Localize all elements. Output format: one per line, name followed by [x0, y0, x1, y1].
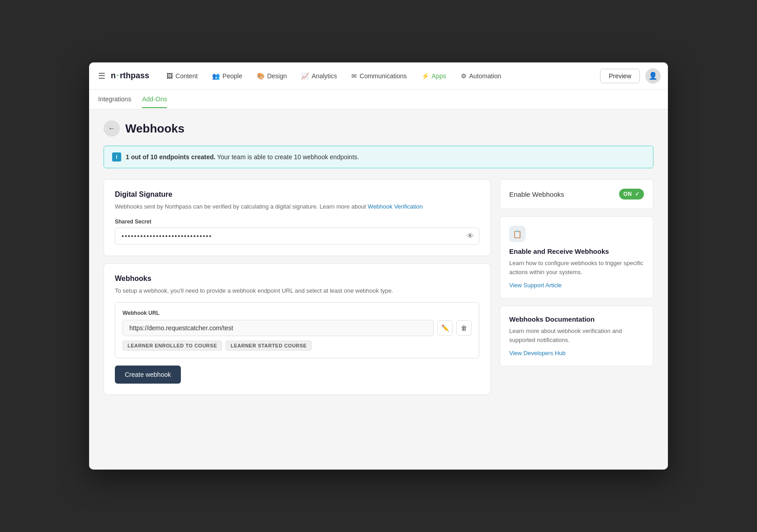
banner-text: 1 out of 10 endpoints created. Your team… [126, 153, 359, 161]
info-banner: i 1 out of 10 endpoints created. Your te… [104, 146, 653, 168]
documentation-desc: Learn more about webhook verification an… [509, 327, 644, 344]
create-webhook-button[interactable]: Create webhook [115, 366, 181, 384]
topbar: ☰ n·rthpass 🖼 Content 👥 People 🎨 Design … [89, 62, 668, 90]
documentation-card: Webhooks Documentation Learn more about … [500, 306, 653, 366]
tag-enrolled: LEARNER ENROLLED TO COURSE [123, 341, 222, 351]
enable-webhooks-toggle[interactable]: ON ✓ [619, 189, 644, 200]
nav-apps[interactable]: ⚡ Apps [415, 69, 453, 83]
topbar-right: Preview 👤 [600, 68, 661, 84]
info-icon: i [112, 152, 121, 162]
left-column: Digital Signature Webhooks sent by North… [104, 179, 491, 402]
enable-webhooks-card: Enable Webhooks ON ✓ [500, 179, 653, 209]
support-title: Enable and Receive Webhooks [509, 247, 644, 255]
webhooks-title: Webhooks [115, 275, 479, 283]
support-icon: 📋 [509, 226, 525, 242]
support-desc: Learn how to configure webhooks to trigg… [509, 259, 644, 276]
nav-communications[interactable]: ✉ Communications [345, 69, 413, 83]
support-article-link[interactable]: View Support Article [509, 282, 562, 289]
digital-signature-desc: Webhooks sent by Northpass can be verifi… [115, 202, 479, 211]
hamburger-icon[interactable]: ☰ [96, 69, 107, 83]
webhook-url-row: ✏️ 🗑 [123, 320, 472, 336]
analytics-icon: 📈 [301, 72, 309, 80]
webhook-verification-link[interactable]: Webhook Verification [368, 203, 423, 210]
shared-secret-input[interactable] [115, 228, 479, 245]
main-nav: 🖼 Content 👥 People 🎨 Design 📈 Analytics … [160, 69, 596, 83]
shared-secret-wrapper: 👁 [115, 228, 479, 245]
digital-signature-card: Digital Signature Webhooks sent by North… [104, 179, 491, 256]
people-icon: 👥 [212, 72, 220, 80]
delete-webhook-button[interactable]: 🗑 [456, 320, 472, 336]
toggle-check-icon: ✓ [635, 191, 640, 197]
logo: n·rthpass [111, 71, 149, 81]
webhook-tags: LEARNER ENROLLED TO COURSE LEARNER START… [123, 341, 472, 351]
preview-button[interactable]: Preview [600, 69, 640, 83]
nav-content[interactable]: 🖼 Content [160, 69, 204, 83]
page-title-row: ← Webhooks [104, 120, 653, 137]
tag-started: LEARNER STARTED COURSE [226, 341, 312, 351]
subnav: Integrations Add-Ons [89, 90, 668, 109]
edit-webhook-button[interactable]: ✏️ [437, 320, 453, 336]
content-layout: Digital Signature Webhooks sent by North… [104, 179, 653, 402]
webhook-url-label: Webhook URL [123, 310, 472, 316]
shared-secret-label: Shared Secret [115, 218, 479, 225]
nav-design[interactable]: 🎨 Design [251, 69, 293, 83]
user-avatar[interactable]: 👤 [645, 68, 661, 84]
enable-webhooks-label: Enable Webhooks [509, 190, 564, 198]
developers-hub-link[interactable]: View Developers Hub [509, 350, 566, 356]
webhook-endpoint: Webhook URL ✏️ 🗑 LEARNER ENROLLED TO COU… [115, 302, 479, 358]
subnav-addons[interactable]: Add-Ons [142, 91, 167, 108]
nav-analytics[interactable]: 📈 Analytics [295, 69, 343, 83]
documentation-title: Webhooks Documentation [509, 315, 644, 323]
design-icon: 🎨 [257, 72, 265, 80]
nav-automation[interactable]: ⚙ Automation [454, 69, 508, 83]
back-button[interactable]: ← [104, 120, 120, 137]
content-icon: 🖼 [166, 72, 173, 80]
main-content: ← Webhooks i 1 out of 10 endpoints creat… [89, 109, 668, 470]
automation-icon: ⚙ [461, 72, 467, 80]
page-title: Webhooks [125, 122, 185, 136]
apps-icon: ⚡ [421, 72, 429, 80]
webhooks-card: Webhooks To setup a webhook, you'll need… [104, 263, 491, 395]
right-column: Enable Webhooks ON ✓ 📋 Enable and Receiv… [500, 179, 653, 402]
eye-icon[interactable]: 👁 [467, 232, 474, 240]
communications-icon: ✉ [351, 72, 357, 80]
digital-signature-title: Digital Signature [115, 190, 479, 199]
enable-webhooks-row: Enable Webhooks ON ✓ [509, 189, 644, 200]
webhook-url-input[interactable] [123, 320, 434, 336]
nav-people[interactable]: 👥 People [206, 69, 249, 83]
subnav-integrations[interactable]: Integrations [98, 91, 131, 108]
support-card: 📋 Enable and Receive Webhooks Learn how … [500, 216, 653, 299]
webhooks-desc: To setup a webhook, you'll need to provi… [115, 286, 479, 295]
